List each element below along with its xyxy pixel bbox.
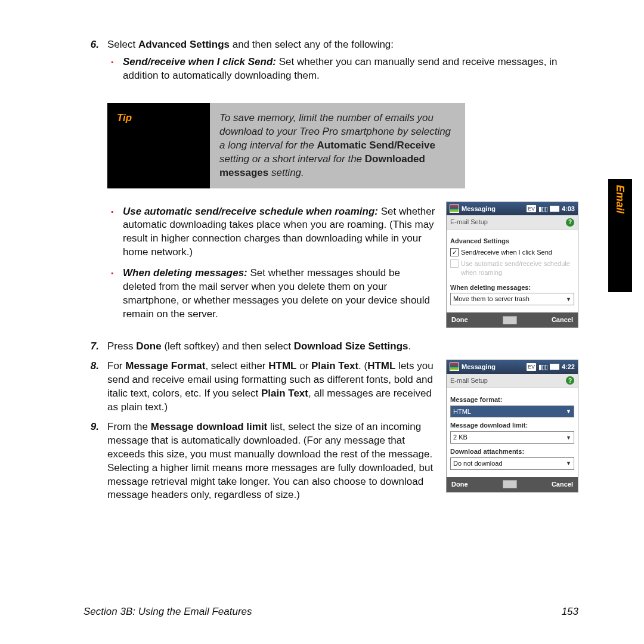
help-icon[interactable]: ? <box>566 218 574 227</box>
sub-item: When deleting messages: Set whether mess… <box>107 267 435 321</box>
ss-body: Message format: HTML ▼ Message download … <box>447 388 578 477</box>
tip-body: To save memory, limit the number of emai… <box>210 103 465 188</box>
ev-indicator: EV <box>527 363 536 370</box>
softkey-bar: Done Cancel <box>447 312 578 327</box>
text-column: Use automatic send/receive schedule when… <box>83 202 435 329</box>
done-softkey[interactable]: Done <box>451 315 468 324</box>
ss-title: Messaging <box>462 205 524 213</box>
battery-icon <box>550 364 559 370</box>
ss-titlebar: Messaging EV ▮▯▯ 4:22 <box>447 360 578 374</box>
step-7: 7. Press Done (left softkey) and then se… <box>83 340 578 354</box>
step-number: 6. <box>83 38 99 52</box>
help-icon[interactable]: ? <box>566 376 574 385</box>
section-tab: Email <box>608 179 632 292</box>
section-heading: Advanced Settings <box>450 237 574 246</box>
start-icon <box>450 205 459 213</box>
checkbox-icon: ✓ <box>450 248 459 256</box>
tip-label: Tip <box>107 103 210 188</box>
step-6: 6. Select Advanced Settings and then sel… <box>83 38 578 90</box>
start-icon <box>450 363 459 371</box>
softkey-bar: Done Cancel <box>447 477 578 492</box>
page-footer: Section 3B: Using the Email Features 153 <box>83 605 578 619</box>
ss-header: E-mail Setup ? <box>447 374 578 388</box>
step-list: 8. For Message Format, select either HTM… <box>83 360 435 502</box>
section-tab-label: Email <box>608 179 632 219</box>
step-9: 9. From the Message download limit list,… <box>83 420 435 503</box>
screenshot-advanced-settings: Messaging EV ▮▯▯ 4:03 E-mail Setup ? Adv… <box>446 202 578 329</box>
delete-option-select[interactable]: Move them to server trash ▼ <box>450 293 574 305</box>
step-number: 9. <box>83 420 99 434</box>
chevron-down-icon: ▼ <box>566 460 571 467</box>
sub-item: Use automatic send/receive schedule when… <box>107 205 435 260</box>
ss-header: E-mail Setup ? <box>447 215 578 230</box>
cancel-softkey[interactable]: Cancel <box>552 480 573 489</box>
checkbox-icon <box>450 259 459 268</box>
message-format-select[interactable]: HTML ▼ <box>450 405 574 418</box>
step-body: Select Advanced Settings and then select… <box>107 38 578 90</box>
clock: 4:22 <box>562 363 575 371</box>
battery-icon <box>550 206 559 212</box>
sub-list: Use automatic send/receive schedule when… <box>107 205 435 322</box>
signal-icon: ▮▯▯ <box>538 205 547 213</box>
step-number: 8. <box>83 360 99 373</box>
attachments-select[interactable]: Do not download ▼ <box>450 457 574 470</box>
checkbox-send-receive[interactable]: ✓ Send/receive when I click Send <box>450 248 574 257</box>
ss-title: Messaging <box>462 363 524 371</box>
content-row-2: 8. For Message Format, select either HTM… <box>83 360 578 508</box>
section-title: Section 3B: Using the Email Features <box>83 605 252 619</box>
ss-titlebar: Messaging EV ▮▯▯ 4:03 <box>447 202 578 216</box>
keyboard-icon[interactable] <box>503 480 517 488</box>
field-label: Download attachments: <box>450 447 574 456</box>
ss-body: Advanced Settings ✓ Send/receive when I … <box>447 230 578 312</box>
sub-list: Send/receive when I click Send: Set whet… <box>107 55 578 83</box>
done-softkey[interactable]: Done <box>451 480 468 489</box>
step-8: 8. For Message Format, select either HTM… <box>83 360 435 414</box>
checkbox-roaming[interactable]: Use automatic send/receive schedule when… <box>450 259 574 277</box>
sub-item: Send/receive when I click Send: Set whet… <box>107 55 578 83</box>
content-row-1: Use automatic send/receive schedule when… <box>83 202 578 340</box>
ev-indicator: EV <box>527 205 536 212</box>
keyboard-icon[interactable] <box>503 316 517 324</box>
cancel-softkey[interactable]: Cancel <box>552 315 573 324</box>
chevron-down-icon: ▼ <box>566 296 571 303</box>
download-limit-select[interactable]: 2 KB ▼ <box>450 431 574 444</box>
chevron-down-icon: ▼ <box>566 434 571 441</box>
chevron-down-icon: ▼ <box>566 408 571 415</box>
clock: 4:03 <box>562 205 575 213</box>
step-list: 6. Select Advanced Settings and then sel… <box>83 38 578 90</box>
field-label: Message format: <box>450 395 574 404</box>
page-number: 153 <box>562 605 578 619</box>
signal-icon: ▮▯▯ <box>538 363 547 371</box>
step-number: 7. <box>83 340 99 354</box>
field-label: When deleting messages: <box>450 283 574 292</box>
screenshot-download-size: Messaging EV ▮▯▯ 4:22 E-mail Setup ? Mes… <box>446 360 578 493</box>
text-column: 8. For Message Format, select either HTM… <box>83 360 435 508</box>
document-page: Email 6. Select Advanced Settings and th… <box>0 0 644 644</box>
field-label: Message download limit: <box>450 421 574 430</box>
tip-box: Tip To save memory, limit the number of … <box>107 103 465 188</box>
step-list: 7. Press Done (left softkey) and then se… <box>83 340 578 354</box>
